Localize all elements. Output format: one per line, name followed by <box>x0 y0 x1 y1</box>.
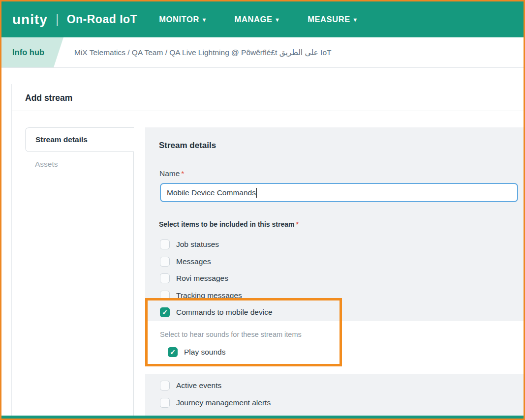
checkbox-messages[interactable]: ✓ Messages <box>160 253 347 270</box>
chevron-down-icon: ▾ <box>276 17 279 23</box>
checkbox-unchecked-icon[interactable]: ✓ <box>160 257 170 267</box>
items-label-text: Select items to be included in this stre… <box>159 220 294 228</box>
top-bar: unity | On-Road IoT MONITOR ▾ MANAGE ▾ M… <box>1 1 524 37</box>
brand-separator: | <box>56 12 59 27</box>
nav-measure-label: MEASURE <box>308 15 350 24</box>
app-window: unity | On-Road IoT MONITOR ▾ MANAGE ▾ M… <box>0 0 525 420</box>
check-icon: ✓ <box>170 349 176 356</box>
checkbox-unchecked-icon[interactable]: ✓ <box>160 273 170 283</box>
stream-details-panel: Stream details Name* Mobile Device Comma… <box>145 127 524 416</box>
text-cursor <box>256 188 257 198</box>
name-field-label: Name* <box>159 169 184 178</box>
checkbox-job-statuses[interactable]: ✓ Job statuses <box>160 236 347 253</box>
tab-stream-details[interactable]: Stream details <box>25 127 134 152</box>
check-icon: ✓ <box>162 309 168 316</box>
title-divider <box>12 111 524 111</box>
checkbox-label: Messages <box>176 257 211 266</box>
required-asterisk: * <box>181 169 184 178</box>
checkbox-commands-to-mobile-device[interactable]: ✓ Commands to mobile device <box>160 304 347 321</box>
tab-assets-label: Assets <box>35 160 58 168</box>
breadcrumb-bar: Info hub MiX Telematics / QA Team / QA L… <box>1 37 524 68</box>
page-title: Add stream <box>25 93 72 103</box>
checkbox-label: Play sounds <box>184 348 225 357</box>
checkbox-unchecked-icon[interactable]: ✓ <box>160 240 170 249</box>
card-left-border <box>11 84 12 419</box>
nav-monitor-label: MONITOR <box>159 15 199 24</box>
stream-name-input[interactable]: Mobile Device Commands <box>160 183 518 202</box>
tab-stream-details-label: Stream details <box>35 135 88 144</box>
checkbox-play-sounds[interactable]: ✓ Play sounds <box>168 345 315 360</box>
required-asterisk: * <box>296 220 298 228</box>
nav-monitor[interactable]: MONITOR ▾ <box>159 15 206 24</box>
checkbox-label: Tracking messages <box>176 291 242 300</box>
checkbox-unchecked-icon[interactable]: ✓ <box>160 398 170 408</box>
checkbox-tracking-messages[interactable]: ✓ Tracking messages <box>160 287 347 304</box>
checkbox-label: Active events <box>176 381 221 390</box>
panel-title: Stream details <box>159 141 216 150</box>
product-name: On-Road IoT <box>67 13 137 26</box>
checkbox-journey-management-alerts[interactable]: ✓ Journey management alerts <box>160 394 347 412</box>
nav-manage[interactable]: MANAGE ▾ <box>235 15 279 24</box>
tabs-divider <box>133 127 134 419</box>
checkbox-label: Journey management alerts <box>176 398 271 407</box>
items-select-label: Select items to be included in this stre… <box>159 220 299 228</box>
main-nav: MONITOR ▾ MANAGE ▾ MEASURE ▾ <box>159 15 357 24</box>
footer-strip <box>1 416 524 419</box>
sounds-helper-text: Select to hear sounds for these stream i… <box>160 330 524 338</box>
checkbox-label: Commands to mobile device <box>176 308 273 317</box>
tab-assets[interactable]: Assets <box>35 160 58 169</box>
nav-measure[interactable]: MEASURE ▾ <box>308 15 357 24</box>
nav-manage-label: MANAGE <box>235 15 273 24</box>
checkbox-unchecked-icon[interactable]: ✓ <box>160 381 170 390</box>
brand: unity | On-Road IoT <box>1 12 137 28</box>
checkbox-unchecked-icon[interactable]: ✓ <box>160 291 170 300</box>
checkbox-label: Job statuses <box>176 240 219 249</box>
stream-name-value: Mobile Device Commands <box>167 188 256 197</box>
checkbox-label: Rovi messages <box>176 274 228 283</box>
chevron-down-icon: ▾ <box>203 17 206 23</box>
name-label-text: Name <box>159 169 180 178</box>
info-hub-tab[interactable]: Info hub <box>1 37 63 67</box>
checkbox-active-events[interactable]: ✓ Active events <box>160 377 347 394</box>
checkbox-checked-icon[interactable]: ✓ <box>160 307 170 317</box>
stream-items-group: ✓ Job statuses ✓ Messages ✓ Rovi message… <box>160 236 347 321</box>
checkbox-checked-icon[interactable]: ✓ <box>168 347 178 357</box>
breadcrumb: MiX Telematics / QA Team / QA Live Light… <box>74 48 332 57</box>
unity-logo: unity <box>12 12 48 28</box>
sounds-subpanel: Select to hear sounds for these stream i… <box>145 321 524 374</box>
checkbox-rovi-messages[interactable]: ✓ Rovi messages <box>160 270 347 287</box>
stream-items-group-2: ✓ Active events ✓ Journey management ale… <box>160 377 347 411</box>
chevron-down-icon: ▾ <box>354 17 357 23</box>
